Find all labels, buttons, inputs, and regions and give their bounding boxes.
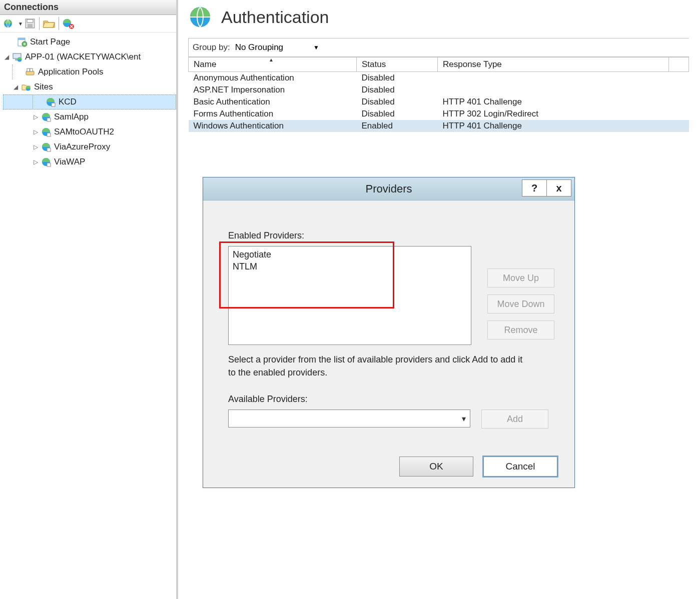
- server-icon: [12, 52, 22, 62]
- groupby-select[interactable]: No Grouping ▼: [235, 42, 319, 52]
- tree-sites[interactable]: ◢ Sites: [3, 80, 176, 94]
- tree-label: Sites: [33, 82, 54, 92]
- site-icon: [41, 157, 51, 167]
- app-pools-icon: [25, 67, 35, 77]
- svg-rect-25: [47, 163, 51, 166]
- cancel-button[interactable]: Cancel: [483, 456, 557, 476]
- svg-rect-19: [47, 118, 51, 122]
- twisty-collapse-icon[interactable]: ◢: [12, 84, 19, 90]
- connect-icon[interactable]: [3, 18, 17, 30]
- svg-rect-2: [27, 20, 33, 22]
- dropdown-arrow-icon[interactable]: ▼: [18, 21, 23, 26]
- enabled-providers-listbox[interactable]: Negotiate NTLM: [228, 246, 471, 345]
- help-text: Select a provider from the list of avail…: [228, 353, 523, 379]
- twisty-expand-icon[interactable]: ▷: [32, 158, 39, 166]
- connections-pane: Connections ▼ Start Page: [0, 0, 178, 599]
- site-icon: [41, 112, 51, 122]
- dropdown-arrow-icon: ▼: [313, 44, 319, 51]
- table-row[interactable]: Windows AuthenticationEnabledHTTP 401 Ch…: [189, 120, 689, 132]
- tree-app-pools[interactable]: Application Pools: [3, 64, 176, 80]
- page-title: Authentication: [221, 8, 329, 27]
- move-up-button[interactable]: Move Up: [487, 268, 554, 288]
- twisty-expand-icon[interactable]: ▷: [32, 144, 39, 150]
- tree-site-viawap[interactable]: ▷ ViaWAP: [3, 154, 176, 170]
- dialog-close-button[interactable]: x: [546, 180, 571, 196]
- site-icon: [41, 142, 51, 152]
- dialog-title: Providers: [366, 182, 412, 196]
- tree-label: SamlApp: [53, 112, 90, 122]
- twisty-collapse-icon[interactable]: ◢: [3, 54, 10, 60]
- providers-dialog: Providers ? x Enabled Providers: Negotia…: [203, 177, 575, 488]
- twisty-expand-icon[interactable]: ▷: [32, 128, 39, 136]
- move-down-button[interactable]: Move Down: [487, 294, 554, 314]
- dropdown-arrow-icon: ▾: [462, 414, 466, 424]
- list-item[interactable]: Negotiate: [233, 248, 467, 260]
- column-header-blank[interactable]: [669, 58, 689, 72]
- tree-site-samlapp[interactable]: ▷ SamlApp: [3, 110, 176, 124]
- tree-server[interactable]: ◢ APP-01 (WACKETYWACK\ent: [3, 50, 176, 64]
- available-providers-combo[interactable]: ▾: [228, 410, 470, 428]
- svg-rect-23: [47, 148, 51, 152]
- add-button[interactable]: Add: [481, 410, 548, 428]
- open-folder-icon[interactable]: [43, 18, 56, 30]
- tree-site-samtooauth2[interactable]: ▷ SAMtoOAUTH2: [3, 124, 176, 140]
- ok-button[interactable]: OK: [399, 456, 473, 476]
- tree-start-page[interactable]: Start Page: [3, 34, 176, 50]
- svg-rect-3: [28, 24, 33, 28]
- connections-toolbar: ▼: [0, 15, 176, 32]
- connections-tree: Start Page ◢ APP-01 (WACKETYWACK\ent App…: [0, 32, 176, 170]
- groupby-label: Group by:: [193, 42, 230, 52]
- tree-label: Start Page: [29, 37, 71, 47]
- site-icon: [41, 127, 51, 137]
- table-row[interactable]: Basic AuthenticationDisabledHTTP 401 Cha…: [189, 96, 689, 108]
- tree-label: ViaWAP: [53, 157, 86, 167]
- svg-rect-17: [52, 103, 55, 106]
- authentication-grid: Name ▲ Status Response Type Anonymous Au…: [188, 57, 689, 132]
- connections-header: Connections: [0, 0, 176, 15]
- tree-label: Application Pools: [37, 67, 104, 77]
- table-row[interactable]: ASP.NET ImpersonationDisabled: [189, 84, 689, 96]
- groupby-bar: Group by: No Grouping ▼: [188, 38, 689, 57]
- authentication-page-icon: [188, 5, 212, 29]
- tree-site-kcd[interactable]: KCD: [3, 94, 176, 110]
- groupby-value: No Grouping: [235, 42, 283, 52]
- table-row[interactable]: Forms AuthenticationDisabledHTTP 302 Log…: [189, 108, 689, 120]
- tree-label: ViaAzureProxy: [53, 142, 111, 152]
- remove-button[interactable]: Remove: [487, 320, 554, 340]
- site-icon: [46, 97, 56, 107]
- tree-label: APP-01 (WACKETYWACK\ent: [24, 52, 142, 62]
- svg-rect-14: [30, 68, 33, 72]
- list-item[interactable]: NTLM: [233, 260, 467, 272]
- column-header-name[interactable]: Name ▲: [189, 58, 357, 72]
- twisty-expand-icon[interactable]: ▷: [32, 114, 39, 120]
- svg-rect-7: [18, 38, 25, 40]
- table-row[interactable]: Anonymous AuthenticationDisabled: [189, 72, 689, 84]
- remove-connection-icon[interactable]: [62, 18, 76, 30]
- tree-label: SAMtoOAUTH2: [53, 127, 115, 137]
- tree-site-viaazureproxy[interactable]: ▷ ViaAzureProxy: [3, 140, 176, 154]
- enabled-providers-label: Enabled Providers:: [228, 230, 556, 241]
- dialog-titlebar[interactable]: Providers ? x: [203, 178, 574, 200]
- svg-rect-13: [27, 68, 30, 72]
- column-header-response-type[interactable]: Response Type: [438, 58, 669, 72]
- tree-label: KCD: [58, 97, 78, 107]
- svg-rect-21: [47, 133, 51, 136]
- start-page-icon: [17, 37, 27, 47]
- available-providers-label: Available Providers:: [228, 394, 556, 404]
- save-icon[interactable]: [24, 18, 36, 30]
- sort-asc-icon: ▲: [269, 57, 274, 62]
- column-header-status[interactable]: Status: [357, 58, 438, 72]
- dialog-help-button[interactable]: ?: [522, 180, 547, 196]
- sites-folder-icon: [21, 82, 31, 92]
